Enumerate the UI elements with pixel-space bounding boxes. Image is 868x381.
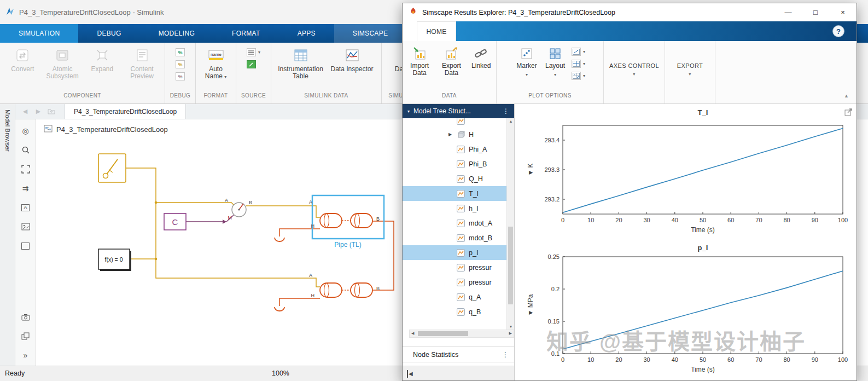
viewmarks-icon[interactable]	[21, 331, 31, 341]
svg-text:293.2: 293.2	[544, 196, 560, 203]
marker-button[interactable]: Marker ▾	[515, 47, 539, 78]
signal-routing-icon[interactable]: ⇉	[21, 183, 31, 193]
tree-item-mdot_B[interactable]: mdot_B	[403, 230, 506, 245]
maximize-button[interactable]: □	[802, 3, 829, 21]
tree-item-Phi_B[interactable]: Phi_B	[403, 157, 506, 171]
tab-simulation[interactable]: SIMULATION	[0, 24, 78, 43]
tab-simscape[interactable]: SIMSCAPE	[334, 24, 406, 43]
source-list-button[interactable]: ▾	[247, 48, 260, 56]
tree-item-label: q_A	[469, 293, 481, 301]
sample-time-off-icon[interactable]: %	[176, 72, 185, 80]
scroll-left-icon[interactable]: ◀	[411, 331, 414, 336]
sample-time-colors-icon[interactable]: %	[176, 48, 185, 56]
pipe-block-2[interactable]	[320, 283, 372, 297]
explore-icon[interactable]: ◎	[21, 126, 31, 136]
explorer-titlebar[interactable]: Simscape Results Explorer: P4_3_Temperat…	[403, 3, 857, 21]
fit-to-view-icon[interactable]	[21, 164, 31, 174]
convert-button[interactable]: Convert	[4, 47, 41, 73]
export-data-button[interactable]: Export Data	[438, 47, 465, 77]
horizontal-scroll-thumb[interactable]	[418, 331, 468, 336]
zoom-icon[interactable]	[21, 145, 31, 155]
expander-icon[interactable]: ▶	[448, 132, 457, 137]
status-ready: Ready	[5, 370, 25, 377]
svg-text:▼ MPa: ▼ MPa	[527, 294, 534, 316]
content-preview-button[interactable]: Content Preview	[124, 47, 160, 80]
subplot-style-button[interactable]: ▾	[572, 72, 585, 80]
signal-plot-icon	[457, 264, 465, 272]
layout-button[interactable]: Layout ▾	[543, 47, 567, 78]
atomic-subsystem-button[interactable]: Atomic Subsystem	[44, 47, 81, 80]
tab-apps[interactable]: APPS	[279, 24, 334, 43]
signal-plot-icon	[457, 160, 465, 168]
up-to-parent-icon[interactable]	[47, 108, 56, 116]
plot-options-toolbar-group: Marker ▾ Layout ▾ ▾ ▾ ▾ PLOT OPTIONS	[497, 41, 604, 103]
scroll-down-icon[interactable]: ▼	[507, 325, 515, 328]
temperature-source-block[interactable]	[98, 154, 126, 182]
minimize-button[interactable]: —	[774, 3, 802, 21]
source-edit-button[interactable]	[247, 60, 256, 68]
auto-name-button[interactable]: name Auto Name ▾	[200, 47, 231, 80]
tree-vertical-scrollbar[interactable]: ▲ ▼	[506, 118, 514, 330]
cursor-style-button[interactable]: ▾	[572, 60, 585, 68]
panel-collapse-icon[interactable]: ▾	[407, 109, 410, 114]
data-inspector-button[interactable]: Data Inspector	[328, 47, 376, 73]
node-statistics-bar[interactable]: Node Statistics ⋮	[403, 347, 514, 362]
tree-item-q_B[interactable]: q_B	[403, 304, 506, 319]
tree-panel-header[interactable]: ▾ Model Tree Struct... ⋮	[403, 104, 514, 118]
list-icon	[247, 48, 256, 56]
annotation-icon[interactable]: A	[21, 203, 31, 212]
tree-item-T_I[interactable]: T_I	[403, 186, 506, 201]
tree-item-pressur[interactable]: pressur	[403, 275, 506, 290]
tab-home[interactable]: HOME	[417, 21, 456, 41]
tree-item-Q_H[interactable]: Q_H	[403, 171, 506, 186]
data-toolbar-group: Import Data Export Data Linked DATA	[403, 41, 497, 103]
pipe-block-selected[interactable]	[320, 213, 372, 228]
svg-text:90: 90	[812, 217, 818, 223]
tree-item-Phi_A[interactable]: Phi_A	[403, 142, 506, 157]
collapse-strip-icon[interactable]: »	[21, 350, 31, 360]
plots-scroll-up-icon[interactable]: ▲	[844, 93, 849, 99]
model-browser-strip[interactable]: Model Browser	[0, 104, 15, 366]
tree-panel-menu-icon[interactable]: ⋮	[503, 107, 509, 115]
tree-horizontal-scrollbar[interactable]: ◀ ▶	[409, 330, 514, 338]
scroll-right-icon[interactable]: ▶	[509, 331, 512, 336]
tree-item-H[interactable]: ▶H	[403, 127, 506, 142]
temperature-chart[interactable]: 0102030405060708090100293.2293.3293.4T_I…	[515, 104, 858, 241]
pressure-chart[interactable]: 01020304050607080901000.10.150.20.25p_IT…	[515, 241, 858, 379]
tree-item-label: pressur	[469, 264, 492, 272]
vertical-scroll-thumb[interactable]	[508, 227, 513, 304]
area-icon[interactable]	[21, 241, 31, 251]
breadcrumb-tab[interactable]: P4_3_TemperatureDriftClosedLoop	[65, 104, 186, 119]
plot-style-icon	[572, 48, 581, 56]
collapse-to-start-icon[interactable]: ◀	[407, 370, 413, 378]
undock-axes-icon[interactable]	[844, 107, 853, 116]
plot-style-button[interactable]: ▾	[572, 48, 585, 56]
tree-item-pressur[interactable]: pressur	[403, 260, 506, 275]
tree-item-h_I[interactable]: h_I	[403, 201, 506, 216]
linked-button[interactable]: Linked	[470, 47, 493, 70]
tab-debug[interactable]: DEBUG	[78, 24, 139, 43]
tree-item-p_I[interactable]: p_I	[403, 245, 506, 260]
image-icon[interactable]	[21, 222, 31, 232]
sample-time-legend-icon[interactable]: %	[176, 60, 185, 68]
tree-item-label: h_I	[469, 205, 478, 212]
forward-icon[interactable]: ▶	[34, 108, 43, 115]
signal-plot-icon	[457, 308, 465, 316]
scroll-up-icon[interactable]: ▲	[507, 119, 515, 123]
tree-item-q_A[interactable]: q_A	[403, 290, 506, 304]
pipe2-port-b: B	[376, 286, 380, 291]
tab-modeling[interactable]: MODELING	[140, 24, 213, 43]
svg-text:p_I: p_I	[698, 244, 708, 252]
import-data-button[interactable]: Import Data	[406, 47, 433, 77]
close-button[interactable]: ×	[829, 3, 857, 21]
help-button[interactable]: ?	[832, 25, 844, 37]
tree-item-mdot_A[interactable]: mdot_A	[403, 216, 506, 230]
back-icon[interactable]: ◀	[21, 108, 30, 115]
export-button[interactable]: EXPORT ▾	[677, 48, 703, 91]
tab-format[interactable]: FORMAT	[213, 24, 279, 43]
instrumentation-table-button[interactable]: Instrumentation Table	[277, 47, 325, 80]
camera-icon[interactable]	[21, 312, 31, 322]
expand-button[interactable]: Expand	[84, 47, 121, 73]
node-statistics-menu-icon[interactable]: ⋮	[502, 350, 509, 359]
axes-control-button[interactable]: AXES CONTROL ▾	[609, 48, 659, 91]
